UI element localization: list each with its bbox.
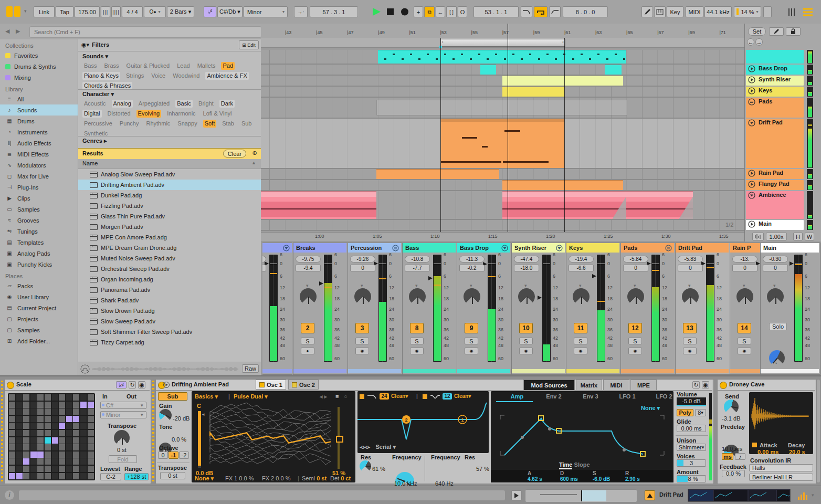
mixer-track-title[interactable]: Drift Pad [676, 243, 729, 253]
peak-level-field[interactable]: -0.30 [763, 256, 788, 262]
env-tab-lfo-2[interactable]: LFO 2 [648, 393, 680, 400]
volume-marker[interactable] [592, 274, 597, 279]
peak-level-field[interactable]: -10.8 [405, 256, 430, 262]
result-item[interactable]: Drifting Ambient Pad.adv [78, 180, 261, 190]
chevron-circle-icon[interactable] [748, 192, 755, 199]
zoom-level-field[interactable]: 1.00x [766, 233, 787, 240]
peak-level-field[interactable]: -47.4 [514, 256, 539, 262]
preview-waveform[interactable] [92, 365, 239, 373]
peak-level-field[interactable]: -5.83 [678, 256, 703, 262]
scale-title-bar[interactable]: Scale♭♯↻◉ [5, 380, 150, 391]
filter-tag-ambience-fx[interactable]: Ambience & FX [205, 72, 248, 80]
peak-level-field[interactable]: -11.3 [459, 256, 485, 262]
sounds-filter-header[interactable]: Sounds ▾ [82, 53, 256, 60]
sidebar-item-packs[interactable]: ▱Packs [0, 280, 78, 291]
key-signature-icon[interactable]: ♭♯ [204, 6, 216, 17]
back-to-arrangement-button[interactable]: ← [436, 6, 445, 17]
clip[interactable] [376, 100, 627, 116]
mixer-track-title[interactable]: Percussion [348, 243, 401, 253]
chevron-circle-icon[interactable] [501, 245, 508, 251]
track-number-activator[interactable]: 12 [628, 323, 642, 333]
chain-play-icon[interactable] [511, 490, 522, 500]
arm-button[interactable]: ◉ [519, 348, 533, 354]
volume-marker[interactable] [537, 295, 542, 300]
next-marker-button[interactable]: → [755, 38, 763, 46]
hot-swap-icon[interactable]: ↻ [692, 381, 700, 388]
filter-tag-mallets[interactable]: Mallets [196, 62, 217, 70]
tap-tempo-button[interactable]: Tap [56, 6, 73, 17]
key-root-selector[interactable]: C#/Db ▾ [217, 6, 243, 17]
track-header-bass-drop[interactable]: Bass Drop [746, 65, 804, 75]
range-value[interactable]: +128 st [124, 473, 149, 480]
mixer-track-title[interactable]: Bass Drop [457, 243, 510, 253]
overview-toggle-icon[interactable] [752, 233, 764, 240]
time-ruler[interactable]: 1:001:051:101:151:201:251:301:35 [261, 232, 744, 241]
track-lane-bass-drop[interactable] [261, 65, 744, 76]
follow-button[interactable]: →· [294, 6, 308, 17]
wavetable-prev-next-icons[interactable]: ◂ ▸ [320, 393, 335, 400]
filter1-activator[interactable] [360, 394, 364, 399]
glide-value[interactable]: 0.00 ms [677, 425, 706, 432]
mixer-strip-keys[interactable]: Keys6061218243036424860-19.4-6.6▾11S◉ [566, 243, 621, 375]
notch-icon[interactable] [430, 393, 441, 400]
output-meter-icon[interactable] [797, 490, 809, 500]
browser-back-icon[interactable]: ◀ [5, 28, 13, 35]
track-number-activator[interactable]: 8 [410, 323, 424, 333]
solo-button[interactable]: S [738, 338, 751, 344]
pan-knob[interactable] [767, 288, 784, 305]
sidebar-item-modulators[interactable]: ∿Modulators [0, 160, 78, 171]
track-header-keys[interactable]: Keys [746, 87, 804, 97]
sync-mode-button[interactable]: ♪ [735, 453, 745, 460]
filter-tag-bright[interactable]: Bright [197, 100, 215, 108]
pan-knob[interactable] [682, 288, 699, 305]
octave-button--1[interactable]: -1 [169, 452, 178, 459]
quantize-menu[interactable]: 2 Bars ▾ [167, 6, 194, 17]
track-lane-main[interactable] [261, 220, 744, 231]
mode-select[interactable]: Minor▾ [100, 411, 146, 418]
play-circle-icon[interactable] [748, 181, 755, 188]
save-preset-icon[interactable]: ◉ [138, 381, 145, 388]
clip[interactable] [480, 65, 496, 75]
play-circle-icon[interactable] [748, 65, 755, 72]
pan-knob[interactable] [518, 288, 535, 305]
groove-pool-icon[interactable]: |||| [111, 6, 121, 17]
beat-time-ruler[interactable]: |43|45|47|49|51|53|55|57|59|61|63|65|67|… [261, 24, 744, 38]
peak-level-field[interactable]: -9.75 [296, 256, 321, 262]
octave-button--2[interactable]: -2 [179, 452, 189, 459]
punch-in-icon[interactable] [521, 6, 532, 17]
tab-osc-2[interactable]: Osc 2 [288, 380, 319, 390]
clip[interactable] [502, 76, 623, 86]
loop-start-field[interactable]: 53 . 1 . 1 [473, 6, 519, 17]
volume-field[interactable]: 0 [763, 265, 788, 271]
result-item[interactable]: Tizzy Carpet.adg [78, 337, 261, 348]
tab-mpe[interactable]: MPE [630, 380, 657, 391]
meter-menu-chevron-icon[interactable]: ▾ [812, 492, 818, 499]
arm-button[interactable]: ◉ [465, 348, 478, 354]
adsr-d[interactable]: D600 ms [560, 470, 590, 482]
mixer-track-title[interactable]: Synth Riser [512, 243, 565, 253]
peak-level-field[interactable]: -5.84 [623, 256, 648, 262]
preview-headphone-icon[interactable] [80, 364, 90, 374]
volume-field[interactable]: 0 [350, 265, 375, 271]
sidebar-item-max-for-live[interactable]: ◻Max for Live [0, 171, 78, 182]
computer-midi-keyboard-button[interactable] [654, 6, 666, 17]
track-header-rain-pad[interactable]: Rain Pad [746, 169, 804, 179]
result-item[interactable]: MPE Con Amore Pad.adg [78, 232, 261, 243]
clip[interactable] [440, 119, 564, 168]
logo-menu-chevron-icon[interactable]: ▾ [24, 8, 29, 15]
tempo-field[interactable]: 175.00 [75, 6, 100, 17]
genres-filter-header[interactable]: Genres ▸ [82, 138, 256, 145]
routing-select[interactable]: Serial ▾ [376, 444, 396, 450]
time-signature-field[interactable]: 4 / 4 [122, 6, 143, 17]
sort-icon[interactable]: ▲ [251, 160, 259, 167]
device-activator[interactable] [7, 382, 14, 389]
attack-toggle[interactable] [752, 443, 757, 447]
unison-mode-select[interactable]: Shimmer ▾ [677, 444, 706, 451]
arm-button[interactable]: ◉ [738, 348, 751, 354]
overview-viewport[interactable] [581, 490, 606, 501]
result-item[interactable]: Shark Pad.adv [78, 295, 261, 306]
set-time-button[interactable]: Set [748, 27, 766, 36]
chevron-circle-icon[interactable] [748, 119, 755, 127]
clip[interactable] [605, 65, 622, 75]
track-lane-pads[interactable] [261, 98, 744, 119]
